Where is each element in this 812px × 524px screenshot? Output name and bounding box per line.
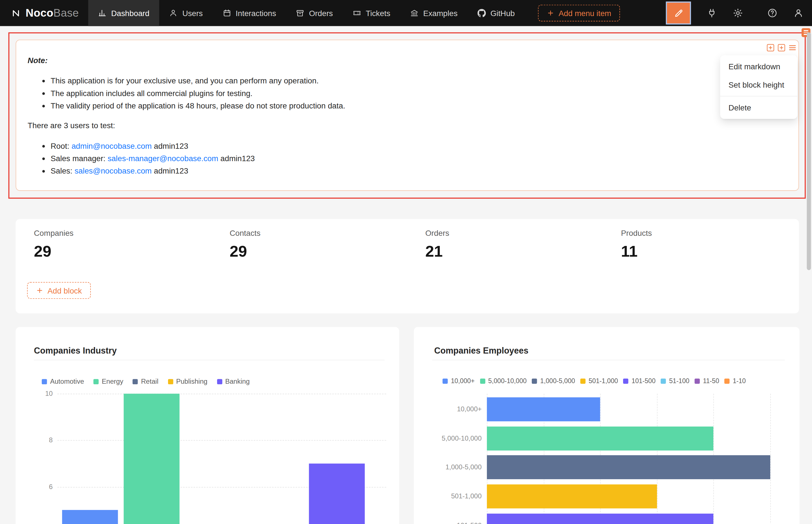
stat-companies: Companies29 bbox=[16, 227, 211, 261]
bar-chart-icon bbox=[98, 9, 107, 17]
add-block-label: Add block bbox=[47, 286, 82, 295]
nav-item-examples[interactable]: Examples bbox=[400, 0, 467, 26]
stat-value: 11 bbox=[621, 242, 798, 261]
nav-item-label: Dashboard bbox=[111, 9, 149, 17]
stat-label: Products bbox=[621, 227, 798, 239]
logo[interactable]: NocoBase bbox=[0, 7, 88, 19]
nav-item-label: Orders bbox=[309, 9, 333, 17]
calendar-icon bbox=[222, 9, 231, 17]
nav-item-orders[interactable]: Orders bbox=[286, 0, 343, 26]
y-axis-category-label: 1,000-5,000 bbox=[414, 463, 482, 472]
nocobase-dashboard-screen: NocoBase DashboardUsersInteractionsOrder… bbox=[0, 0, 812, 524]
stat-orders: Orders21 bbox=[407, 227, 603, 261]
gear-icon bbox=[733, 8, 743, 18]
help-icon bbox=[767, 8, 778, 18]
gridline bbox=[770, 394, 771, 524]
user-prefix: Sales: bbox=[51, 166, 75, 175]
stats-row: Companies29Contacts29Orders21Products11 bbox=[16, 219, 799, 261]
menu-item-set-block-height[interactable]: Set block height bbox=[720, 76, 797, 94]
add-block-below-icon[interactable] bbox=[777, 44, 786, 52]
menu-item-edit-markdown[interactable]: Edit markdown bbox=[720, 58, 797, 76]
user-icon bbox=[169, 9, 178, 17]
y-axis-category-label: 501-1,000 bbox=[414, 492, 482, 501]
y-axis-tick-label: 10 bbox=[37, 389, 53, 398]
nav-item-label: Interactions bbox=[236, 9, 276, 17]
user-email-link[interactable]: sales-manager@nocobase.com bbox=[108, 154, 218, 163]
user-avatar-icon bbox=[793, 8, 803, 18]
bank-icon bbox=[410, 9, 419, 17]
y-axis-category-label: 10,000+ bbox=[414, 405, 482, 414]
brand-name: NocoBase bbox=[26, 7, 79, 19]
bar-banking bbox=[309, 463, 365, 524]
nav-item-users[interactable]: Users bbox=[159, 0, 212, 26]
y-axis-category-label: 5,000-10,000 bbox=[414, 433, 482, 443]
menu-item-delete[interactable]: Delete bbox=[720, 99, 797, 117]
nav-item-tickets[interactable]: Tickets bbox=[343, 0, 400, 26]
brand-noco: Noco bbox=[26, 7, 53, 19]
block-context-menu: Edit markdownSet block heightDelete bbox=[720, 55, 797, 119]
nav-item-label: Examples bbox=[423, 9, 458, 17]
nav-item-dashboard[interactable]: Dashboard bbox=[88, 0, 159, 26]
md-bullet-list: This application is for your exclusive u… bbox=[28, 75, 783, 112]
plugin-manager-button[interactable] bbox=[706, 8, 717, 18]
plugin-icon bbox=[706, 8, 717, 18]
add-block-above-icon[interactable] bbox=[766, 44, 775, 52]
plus-icon bbox=[36, 287, 44, 294]
settings-button[interactable] bbox=[733, 8, 743, 18]
stat-value: 29 bbox=[229, 242, 407, 261]
user-prefix: Root: bbox=[51, 142, 71, 150]
stats-block: Companies29Contacts29Orders21Products11 … bbox=[16, 219, 799, 313]
user-suffix: admin123 bbox=[218, 154, 255, 163]
archive-icon bbox=[296, 9, 304, 17]
plus-icon bbox=[547, 9, 555, 17]
md-user-item: Sales: sales@nocobase.com admin123 bbox=[51, 165, 783, 177]
md-note-title: Note: bbox=[28, 55, 783, 66]
markdown-block: Note: This application is for your exclu… bbox=[16, 40, 799, 191]
bar-automotive bbox=[62, 510, 118, 524]
brand-base: Base bbox=[53, 7, 79, 19]
chart1-plot: 1086 bbox=[16, 327, 399, 524]
md-bullet: The application includes all commercial … bbox=[51, 87, 783, 99]
md-users-list: Root: admin@nocobase.com admin123Sales m… bbox=[28, 140, 783, 177]
nav-menu: DashboardUsersInteractionsOrdersTicketsE… bbox=[88, 0, 525, 26]
nav-item-github[interactable]: GitHub bbox=[467, 0, 525, 26]
add-block-button[interactable]: Add block bbox=[27, 282, 91, 299]
y-axis-tick-label: 6 bbox=[37, 482, 53, 491]
user-suffix: admin123 bbox=[152, 166, 188, 175]
nav-item-label: Users bbox=[182, 9, 203, 17]
md-bullet: This application is for your exclusive u… bbox=[51, 75, 783, 87]
y-axis-category-label: 101-500 bbox=[414, 521, 482, 524]
bar-101-500 bbox=[487, 513, 714, 524]
y-axis-tick-label: 8 bbox=[37, 436, 53, 445]
scrollbar-thumb[interactable] bbox=[807, 32, 811, 270]
block-toolbar bbox=[766, 44, 797, 52]
bar-1-000-5-000 bbox=[487, 456, 770, 479]
user-email-link[interactable]: admin@nocobase.com bbox=[71, 142, 152, 150]
stat-label: Orders bbox=[425, 227, 603, 239]
nav-item-interactions[interactable]: Interactions bbox=[212, 0, 286, 26]
chart-card-companies-industry: Companies Industry AutomotiveEnergyRetai… bbox=[16, 327, 399, 524]
ui-editor-button[interactable] bbox=[666, 2, 691, 24]
block-settings-icon[interactable] bbox=[788, 44, 797, 52]
bar-energy bbox=[124, 394, 180, 524]
ticket-icon bbox=[353, 9, 361, 17]
designer-pen-icon bbox=[673, 8, 683, 18]
gridline bbox=[58, 440, 386, 441]
nav-item-label: GitHub bbox=[490, 9, 514, 17]
stat-contacts: Contacts29 bbox=[211, 227, 407, 261]
add-menu-item-button[interactable]: Add menu item bbox=[538, 5, 620, 21]
user-menu-button[interactable] bbox=[793, 8, 803, 18]
navbar-right-actions bbox=[666, 2, 812, 24]
add-menu-item-label: Add menu item bbox=[559, 9, 611, 17]
help-button[interactable] bbox=[767, 8, 778, 18]
user-suffix: admin123 bbox=[152, 142, 188, 150]
user-email-link[interactable]: sales@nocobase.com bbox=[75, 166, 152, 175]
nav-item-label: Tickets bbox=[366, 9, 390, 17]
github-icon bbox=[477, 9, 486, 17]
stat-value: 29 bbox=[34, 242, 211, 261]
chart2-plot: 10,000+5,000-10,0001,000-5,000501-1,0001… bbox=[414, 327, 800, 524]
bar-10-000 bbox=[487, 397, 600, 421]
user-prefix: Sales manager: bbox=[51, 154, 108, 163]
bar-501-1-000 bbox=[487, 485, 657, 508]
menu-divider bbox=[720, 96, 797, 97]
